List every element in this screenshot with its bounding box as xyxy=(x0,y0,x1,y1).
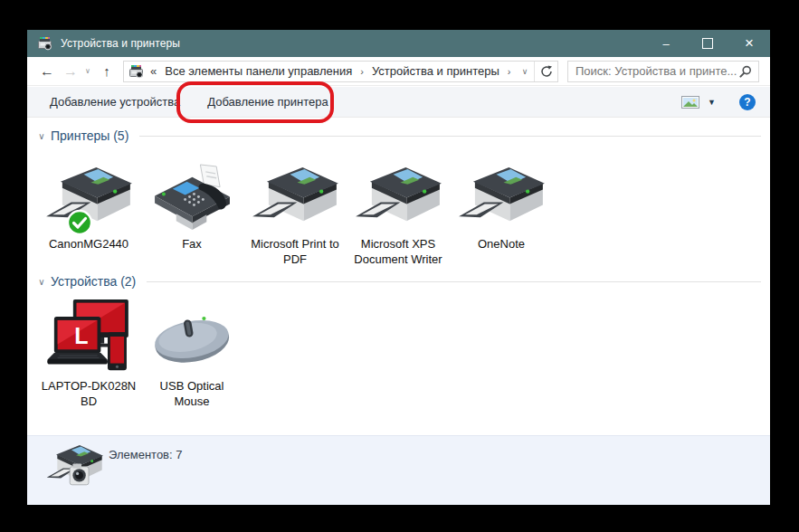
help-icon: ? xyxy=(744,96,750,109)
collapse-chevron-icon[interactable]: ∨ xyxy=(34,277,49,287)
devices-section-title[interactable]: Устройства (2) xyxy=(51,274,136,289)
screenshot-background: Устройства и принтеры – × ← → ∨ ↑ « Все … xyxy=(0,0,799,532)
devices-section-header: ∨ Устройства (2) xyxy=(27,272,761,290)
item-label: Microsoft XPS Document Writer xyxy=(350,237,446,267)
maximize-button[interactable] xyxy=(687,30,728,57)
breadcrumb-separator-icon[interactable]: › xyxy=(508,66,511,77)
up-button[interactable]: ↑ xyxy=(94,63,119,79)
printer-icon xyxy=(252,164,338,232)
breadcrumb-overflow-icon[interactable]: « xyxy=(150,64,157,78)
breadcrumb-item-devices-printers[interactable]: Устройства и принтеры xyxy=(372,64,499,78)
back-icon: ← xyxy=(40,63,54,80)
view-options-dropdown-icon[interactable]: ▼ xyxy=(708,98,716,107)
recent-pages-dropdown[interactable]: ∨ xyxy=(81,67,94,75)
title-bar: Устройства и принтеры – × xyxy=(27,30,770,57)
refresh-icon xyxy=(540,65,553,78)
collapse-chevron-icon[interactable]: ∨ xyxy=(34,131,49,141)
default-printer-check-icon xyxy=(66,209,93,236)
printer-item-fax[interactable]: Fax xyxy=(144,159,240,267)
forward-button[interactable]: → xyxy=(60,63,81,80)
help-button[interactable]: ? xyxy=(739,94,756,110)
close-icon: × xyxy=(745,34,754,52)
printers-section-title[interactable]: Принтеры (5) xyxy=(51,128,128,143)
add-device-button[interactable]: Добавление устройства xyxy=(47,95,183,109)
add-printer-button[interactable]: Добавление принтера xyxy=(205,95,330,109)
items-view: ∨ Принтеры (5) CanonMG2440 Fax xyxy=(27,118,770,435)
item-label: Fax xyxy=(182,237,202,252)
printer-item-onenote[interactable]: OneNote xyxy=(453,159,549,267)
item-label: OneNote xyxy=(478,237,525,252)
search-icon[interactable] xyxy=(739,65,752,78)
printer-item-xps-writer[interactable]: Microsoft XPS Document Writer xyxy=(350,159,446,267)
forward-icon: → xyxy=(63,63,78,80)
app-icon xyxy=(38,36,52,51)
device-item-mouse[interactable]: USB Optical Mouse xyxy=(144,298,240,409)
printer-camera-icon xyxy=(45,442,103,498)
details-pane: Элементов: 7 xyxy=(27,435,770,505)
devices-row: L LAPTOP-DK028N BD USB Optical Mouse xyxy=(41,298,247,409)
item-label: LAPTOP-DK028N BD xyxy=(41,379,137,409)
section-divider xyxy=(147,281,761,282)
laptop-screen-letter: L xyxy=(71,323,91,349)
command-bar: Добавление устройства Добавление принтер… xyxy=(27,87,770,118)
fax-icon xyxy=(149,164,235,232)
view-options-icon[interactable] xyxy=(681,96,699,109)
search-box xyxy=(567,61,759,82)
item-label: USB Optical Mouse xyxy=(144,379,240,409)
close-button[interactable]: × xyxy=(728,30,770,57)
printer-icon xyxy=(459,164,545,232)
devices-and-printers-window: Устройства и принтеры – × ← → ∨ ↑ « Все … xyxy=(27,30,770,505)
mouse-icon xyxy=(150,312,233,366)
item-label: CanonMG2440 xyxy=(49,237,128,252)
section-divider xyxy=(139,136,761,137)
printer-icon xyxy=(356,164,442,232)
breadcrumb-item-control-panel[interactable]: Все элементы панели управления xyxy=(165,64,352,78)
chevron-down-icon: ∨ xyxy=(85,67,90,75)
refresh-button[interactable] xyxy=(534,62,557,81)
minimize-icon: – xyxy=(662,37,669,51)
minimize-button[interactable]: – xyxy=(645,30,687,57)
window-title: Устройства и принтеры xyxy=(61,37,180,50)
item-label: Microsoft Print to PDF xyxy=(247,237,343,267)
back-button[interactable]: ← xyxy=(34,63,60,80)
breadcrumb-separator-icon[interactable]: › xyxy=(360,66,364,77)
maximize-icon xyxy=(702,38,713,49)
location-icon xyxy=(129,64,144,79)
printer-item-canonmg2440[interactable]: CanonMG2440 xyxy=(41,159,137,267)
device-item-laptop[interactable]: L LAPTOP-DK028N BD xyxy=(41,298,137,409)
printer-item-print-to-pdf[interactable]: Microsoft Print to PDF xyxy=(247,159,343,267)
navigation-bar: ← → ∨ ↑ « Все элементы панели управления… xyxy=(27,57,770,86)
printers-row: CanonMG2440 Fax Microsoft Print to PDF xyxy=(41,159,556,267)
search-input[interactable] xyxy=(568,64,737,78)
address-bar[interactable]: « Все элементы панели управления › Устро… xyxy=(123,61,558,82)
printers-section-header: ∨ Принтеры (5) xyxy=(27,127,761,145)
items-count: Элементов: 7 xyxy=(109,448,182,461)
up-icon: ↑ xyxy=(103,63,110,79)
address-dropdown[interactable]: ∨ xyxy=(516,67,534,76)
